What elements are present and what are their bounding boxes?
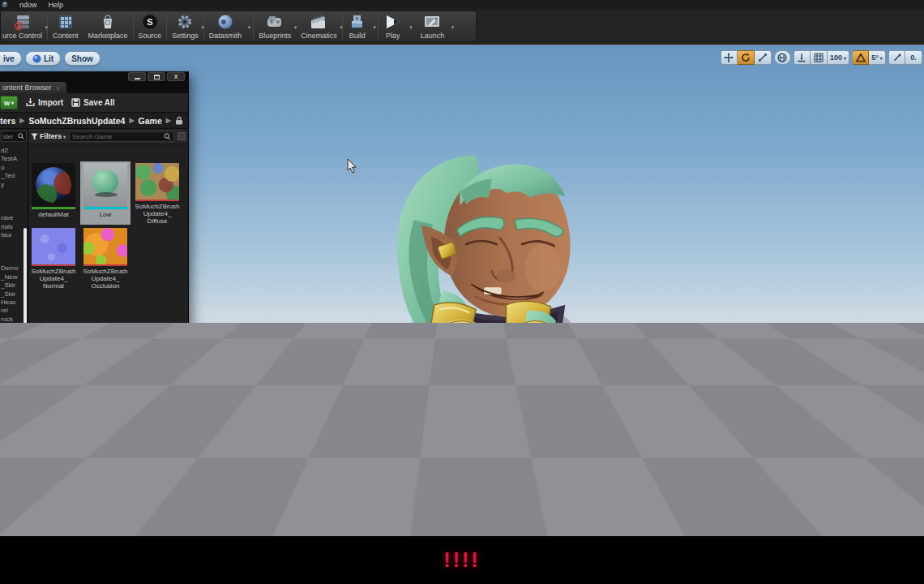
scale-tool-button[interactable] — [755, 50, 772, 65]
filters-label: Filters — [40, 132, 62, 140]
maximize-button[interactable] — [148, 72, 165, 81]
folder-tree-item[interactable] — [0, 197, 28, 205]
mesh-preview-icon — [92, 170, 118, 194]
content-browser-titlebar[interactable]: X — [0, 71, 188, 82]
marketplace-button[interactable]: Marketplace — [83, 11, 133, 41]
svg-text:S: S — [147, 17, 152, 27]
breadcrumb-segment[interactable]: Game — [139, 116, 162, 126]
show-menu-button[interactable]: Show — [64, 51, 101, 66]
menu-item-help[interactable]: Help — [49, 0, 64, 10]
asset-label: Update4_ — [31, 275, 75, 282]
content-browser-tabrow: ontent Browser x — [0, 82, 188, 93]
source-button[interactable]: S Source — [134, 11, 167, 41]
tab-close-icon[interactable]: x — [57, 84, 60, 92]
folder-tree-item[interactable]: y — [0, 181, 28, 189]
source-control-label: urce Control — [2, 32, 42, 40]
asset-tile-occlusion[interactable]: SoMuchZBrush Update4_ Occlusion — [80, 226, 130, 290]
breadcrumb-segment[interactable]: SoMuchZBrushUpdate4 — [28, 116, 125, 126]
build-icon — [348, 13, 367, 31]
view-options-button[interactable]: View Options ▾ — [123, 525, 183, 533]
texture-thumbnail — [83, 228, 127, 264]
settings-button[interactable]: Settings ▾ — [167, 11, 203, 41]
asset-tile-diffuse[interactable]: SoMuchZBrush Update4_ Diffuse — [132, 161, 182, 225]
folder-tree-item[interactable] — [0, 206, 28, 214]
scale-snap-value: 0. — [910, 54, 917, 62]
close-button[interactable]: X — [167, 72, 185, 81]
lit-mode-button[interactable]: Lit — [25, 51, 61, 66]
scale-snap-value-button[interactable]: 0. — [905, 50, 922, 65]
build-dropdown-icon[interactable]: ▾ — [373, 24, 376, 31]
save-all-button[interactable]: Save All — [71, 98, 115, 107]
asset-tile-defaultmat[interactable]: defaultMat — [28, 161, 79, 225]
translate-tool-button[interactable] — [721, 50, 738, 65]
play-button[interactable]: Play ▾ — [379, 11, 416, 41]
filters-button[interactable]: Filters ▾ — [31, 132, 66, 140]
play-dropdown-icon[interactable]: ▾ — [409, 24, 413, 31]
rotate-tool-button[interactable] — [738, 50, 755, 65]
asset-search-placeholder: Search Game — [72, 133, 112, 140]
material-thumbnail — [32, 163, 75, 207]
surface-snap-button[interactable] — [794, 50, 811, 65]
save-search-button[interactable] — [178, 132, 186, 140]
blueprints-button[interactable]: Blueprints ▾ — [254, 11, 296, 41]
asset-search-input[interactable]: Search Game — [69, 131, 174, 142]
datasmith-button[interactable]: Datasmith ▾ — [204, 11, 254, 41]
search-icon — [18, 133, 24, 140]
breadcrumb-separator-icon: ▶ — [129, 117, 134, 124]
world-local-toggle-button[interactable] — [774, 50, 791, 65]
blueprints-label: Blueprints — [259, 32, 291, 40]
breadcrumb-segment[interactable]: ters — [0, 116, 15, 126]
source-control-button[interactable]: urce Control ▾ — [1, 11, 47, 41]
launch-button[interactable]: Launch ▾ — [416, 11, 458, 41]
asset-tile-normal[interactable]: SoMuchZBrush Update4_ Normal — [28, 226, 79, 290]
cinematics-icon — [309, 13, 328, 31]
launch-dropdown-icon[interactable]: ▾ — [451, 24, 455, 31]
build-button[interactable]: Build ▾ — [343, 11, 378, 41]
asset-grid: defaultMat Low SoMuchZBrush Update4_ — [28, 144, 188, 521]
scale-snap-button[interactable] — [888, 50, 905, 65]
folder-tree-item[interactable]: TestA — [0, 155, 28, 163]
menu-item-window[interactable]: ndow — [19, 0, 37, 10]
folder-tree-item[interactable]: etry — [0, 492, 28, 500]
folder-tree-scrollbar[interactable] — [24, 228, 27, 476]
cinematics-button[interactable]: Cinematics ▾ — [296, 11, 342, 41]
lock-icon[interactable] — [175, 116, 183, 125]
grid-snap-button[interactable] — [811, 50, 828, 65]
folder-tree-item[interactable]: d2 — [0, 147, 28, 155]
asset-tile-low[interactable]: Low — [80, 161, 130, 225]
breadcrumb: ters ▶ SoMuchZBrushUpdate4 ▶ Game ▶ — [0, 113, 188, 129]
rotation-snap-value-button[interactable]: 5°▾ — [869, 50, 886, 65]
main-toolbar: urce Control ▾ Content Marketplace — [0, 10, 924, 43]
texture-thumbnail — [135, 163, 179, 200]
asset-label: SoMuchZBrush — [31, 268, 75, 275]
folder-tree-item[interactable]: rave — [0, 214, 28, 222]
folder-tree-item[interactable]: nmen — [0, 484, 28, 492]
content-browser-tab[interactable]: ontent Browser x — [0, 82, 66, 93]
content-browser-statusbar: 5 items (1 selected) View Options ▾ — [0, 521, 188, 535]
datasmith-dropdown-icon[interactable]: ▾ — [248, 24, 251, 31]
folder-search-input[interactable]: lder — [1, 131, 27, 142]
add-new-button[interactable]: w▾ — [0, 96, 18, 110]
scale-snap-icon — [892, 53, 902, 62]
grid-snap-value-button[interactable]: 100▾ — [828, 50, 849, 65]
perspective-button[interactable]: ive — [0, 51, 22, 66]
minimize-button[interactable] — [128, 72, 146, 81]
folder-tree-item[interactable]: _Ted — [0, 172, 28, 180]
datasmith-label: Datasmith — [209, 32, 242, 40]
content-browser-actions: w▾ Import Save All — [0, 93, 188, 113]
asset-label: SoMuchZBrush — [135, 203, 179, 210]
source-control-icon — [13, 13, 32, 31]
character-head-model[interactable] — [385, 148, 580, 396]
folder-tree-item[interactable] — [0, 189, 28, 197]
folder-tree-item[interactable]: quin — [0, 500, 28, 509]
folder-tree-item[interactable]: o — [0, 164, 28, 172]
items-count: 5 items (1 selected) — [5, 525, 69, 533]
asset-type-bar — [135, 200, 179, 201]
maximize-icon — [154, 75, 160, 79]
import-button[interactable]: Import — [26, 98, 63, 107]
asset-type-bar — [83, 264, 127, 266]
rotation-snap-button[interactable] — [852, 50, 869, 65]
folder-tree-item[interactable]: ora — [0, 475, 28, 483]
content-button[interactable]: Content — [48, 11, 83, 41]
marketplace-icon — [98, 13, 118, 31]
